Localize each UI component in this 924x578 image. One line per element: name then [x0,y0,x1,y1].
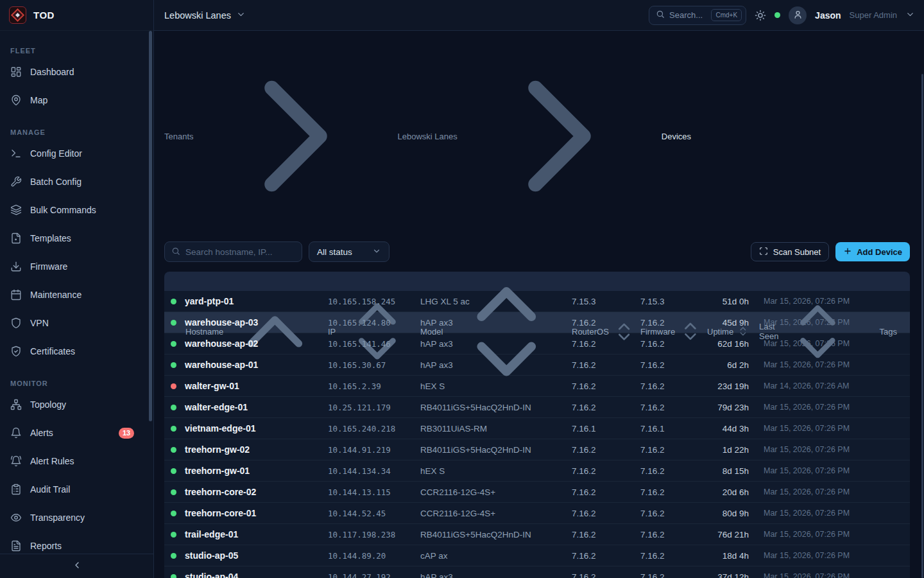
status-dot-online [171,405,176,410]
device-model: hEX S [415,466,567,476]
sun-icon [755,10,766,21]
sidebar-item-alert-rules[interactable]: Alert Rules [0,448,153,474]
sidebar-item-templates[interactable]: Templates [0,225,153,251]
device-hostname: treehorn-gw-01 [185,466,250,476]
calendar-icon [10,289,22,301]
device-model: hAP ax3 [415,318,567,328]
chevron-right-icon [463,40,656,232]
sidebar-item-batch-config[interactable]: Batch Config [0,169,153,195]
device-row-studio-ap-05[interactable]: studio-ap-0510.144.89.20cAP ax7.16.27.16… [164,545,910,566]
status-filter-select[interactable]: All status [309,241,389,262]
sidebar-item-certificates[interactable]: Certificates [0,338,153,364]
wrench-icon [10,176,22,188]
device-row-trail-edge-01[interactable]: trail-edge-0110.117.198.238RB4011iGS+5Ha… [164,524,910,545]
device-last-seen: Mar 15, 2026, 07:26 PM [754,339,853,348]
tenant-name: Lebowski Lanes [164,10,231,21]
eye-icon [10,512,22,523]
device-routeros: 7.16.2 [567,403,635,412]
device-row-walter-edge-01[interactable]: walter-edge-0110.25.121.179RB4011iGS+5Ha… [164,397,910,418]
device-firmware: 7.16.2 [635,445,702,455]
sidebar-item-vpn[interactable]: VPN [0,310,153,336]
device-hostname: studio-ap-04 [185,572,238,578]
device-model: RB4011iGS+5HacQ2HnD-IN [415,445,567,455]
device-row-studio-ap-04[interactable]: studio-ap-0410.144.27.192hAP ax37.16.27.… [164,566,910,578]
device-ip: 10.165.240.218 [323,424,415,434]
sidebar-item-label: Map [30,95,47,105]
device-row-treehorn-gw-02[interactable]: treehorn-gw-0210.144.91.219RB4011iGS+5Ha… [164,439,910,460]
devices-table: HostnameIPModelRouterOSFirmwareUptimeLas… [164,272,910,578]
sidebar-item-firmware[interactable]: Firmware [0,254,153,279]
device-firmware: 7.16.1 [635,424,702,434]
global-search-input[interactable]: Search... Cmd+K [649,6,746,25]
sidebar-item-bulk-commands[interactable]: Bulk Commands [0,197,153,223]
breadcrumb-lebowski-lanes[interactable]: Lebowski Lanes [398,132,458,141]
device-last-seen: Mar 15, 2026, 07:26 PM [754,403,853,412]
sidebar-item-maintenance[interactable]: Maintenance [0,282,153,308]
theme-toggle-button[interactable] [755,10,766,21]
sidebar-item-transparency[interactable]: Transparency [0,505,153,530]
sidebar-item-label: Maintenance [30,290,81,300]
device-ip: 10.117.198.238 [323,530,415,539]
user-menu-chevron-down-icon[interactable] [905,10,915,21]
status-dot-down [171,383,176,389]
sidebar-item-label: Alerts [30,428,53,438]
device-firmware: 7.16.2 [635,530,702,539]
device-firmware: 7.16.2 [635,487,702,497]
device-uptime: 76d 21h [702,530,754,539]
sidebar-item-alerts[interactable]: Alerts13 [0,420,153,446]
device-uptime: 80d 9h [702,509,754,518]
device-row-treehorn-core-01[interactable]: treehorn-core-0110.144.52.45CCR2116-12G-… [164,503,910,524]
breadcrumb-tenants[interactable]: Tenants [164,132,194,141]
search-icon [171,247,180,258]
column-header-last-seen[interactable]: Last Seen [754,296,853,367]
user-icon [793,10,803,21]
device-routeros: 7.16.2 [567,530,635,539]
device-model: hEX S [415,381,567,391]
status-dot-online [171,511,176,516]
device-row-treehorn-core-02[interactable]: treehorn-core-0210.144.13.115CCR2116-12G… [164,482,910,503]
device-model: hAP ax3 [415,339,567,349]
device-routeros: 7.16.2 [567,487,635,497]
device-row-vietnam-edge-01[interactable]: vietnam-edge-0110.165.240.218RB3011UiAS-… [164,418,910,439]
sidebar-item-label: Firmware [30,261,67,272]
device-search-input[interactable]: Search hostname, IP... [164,241,302,262]
device-routeros: 7.16.2 [567,466,635,476]
sidebar-item-config-editor[interactable]: Config Editor [0,141,153,166]
brand: TOD [0,0,153,31]
shield-icon [10,317,22,329]
device-last-seen: Mar 15, 2026, 07:26 PM [754,487,853,496]
sidebar-item-dashboard[interactable]: Dashboard [0,59,153,85]
column-header-uptime[interactable]: Uptime [702,326,754,337]
sidebar-collapse-button[interactable] [0,554,153,578]
dashboard-icon [10,66,22,78]
layers-icon [10,204,22,216]
column-header-model[interactable]: Model [415,272,567,392]
sidebar-scrollbar[interactable] [149,31,152,421]
device-model: hAP ax3 [415,572,567,578]
add-device-button[interactable]: Add Device [835,242,910,261]
device-uptime: 8d 15h [702,466,754,476]
sidebar-item-label: Batch Config [30,177,81,187]
device-uptime: 44d 3h [702,424,754,434]
tenant-selector[interactable]: Lebowski Lanes [164,10,246,21]
sort-both-icon [782,296,853,367]
device-model: CCR2116-12G-4S+ [415,487,567,497]
scan-subnet-button[interactable]: Scan Subnet [751,242,829,261]
page-scrollbar[interactable] [921,74,923,578]
device-hostname: warehouse-ap-01 [185,360,258,370]
app-root: TOD FLEETDashboardMapMANAGEConfig Editor… [0,0,924,578]
device-last-seen: Mar 15, 2026, 07:26 PM [754,530,853,539]
device-last-seen: Mar 15, 2026, 07:26 PM [754,509,853,518]
chevron-down-icon [372,247,381,258]
sidebar-item-map[interactable]: Map [0,87,153,113]
sidebar-item-label: Dashboard [30,67,74,77]
sidebar-item-audit-trail[interactable]: Audit Trail [0,477,153,502]
device-row-treehorn-gw-01[interactable]: treehorn-gw-0110.144.134.34hEX S7.16.27.… [164,460,910,482]
user-avatar[interactable] [789,6,807,24]
device-ip: 10.165.141.46 [323,339,415,349]
device-uptime: 18d 4h [702,551,754,561]
device-routeros: 7.16.2 [567,572,635,578]
breadcrumb: TenantsLebowski LanesDevices [164,40,910,232]
sidebar-item-topology[interactable]: Topology [0,392,153,417]
device-hostname: studio-ap-05 [185,550,238,561]
